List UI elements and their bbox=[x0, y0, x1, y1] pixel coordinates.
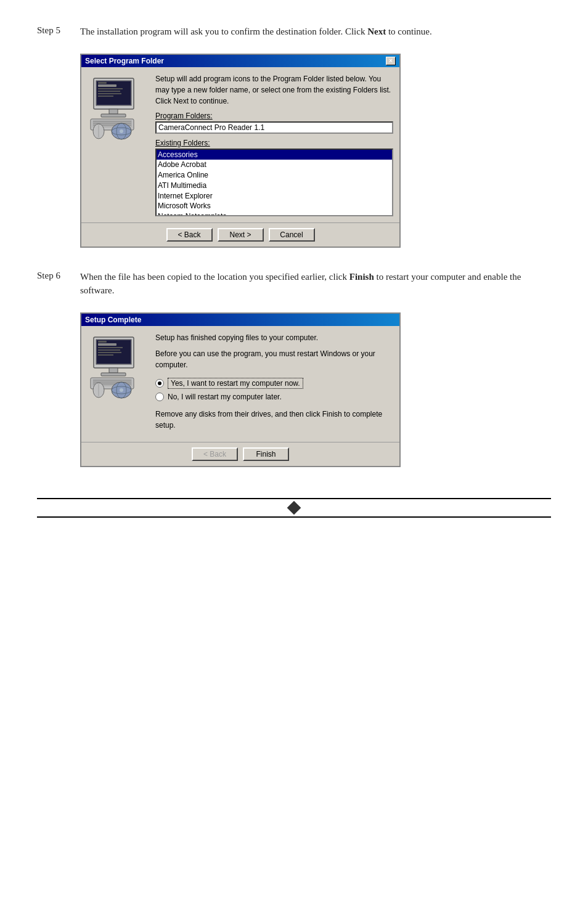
svg-rect-4 bbox=[98, 88, 123, 89]
dialog2-desc1: Setup has finished copying files to your… bbox=[155, 332, 393, 343]
dialog2-wrapper: Setup Complete bbox=[80, 312, 551, 467]
dialog1-content: Setup will add program icons to the Prog… bbox=[155, 73, 393, 216]
program-folders-label: Program Folders: bbox=[155, 112, 393, 120]
step6-bold: Finish bbox=[349, 272, 374, 282]
dialog2-title: Setup Complete bbox=[85, 316, 141, 324]
svg-rect-27 bbox=[98, 349, 120, 351]
radio-no-label: No, I will restart my computer later. bbox=[168, 393, 282, 401]
list-item[interactable]: Netcom Netcomplete bbox=[157, 211, 392, 216]
svg-rect-8 bbox=[98, 82, 107, 84]
svg-rect-29 bbox=[98, 354, 113, 356]
svg-rect-10 bbox=[101, 114, 126, 117]
svg-rect-3 bbox=[98, 84, 116, 87]
list-item[interactable]: Microsoft Works bbox=[157, 201, 392, 211]
dialog1-back-button[interactable]: < Back bbox=[166, 228, 213, 242]
step6-block: Step 6 When the file has been copied to … bbox=[37, 270, 551, 467]
svg-rect-26 bbox=[98, 347, 123, 348]
svg-point-43 bbox=[120, 388, 123, 392]
radio-no-item: No, I will restart my computer later. bbox=[155, 393, 393, 401]
select-program-folder-dialog: Select Program Folder × bbox=[80, 54, 401, 248]
svg-rect-5 bbox=[98, 91, 120, 92]
dialog1-body: Setup will add program icons to the Prog… bbox=[81, 67, 399, 222]
dialog2-body: Setup has finished copying files to your… bbox=[81, 326, 399, 442]
svg-rect-9 bbox=[109, 109, 118, 114]
step5-number: Step 5 bbox=[37, 25, 69, 39]
svg-rect-28 bbox=[98, 352, 121, 353]
dialog1-next-label: Next > bbox=[229, 230, 251, 239]
list-item[interactable]: America Online bbox=[157, 170, 392, 181]
dialog2-back-label: < Back bbox=[203, 450, 226, 459]
dialog1-back-label: < Back bbox=[178, 230, 200, 239]
dialog1-wrapper: Select Program Folder × bbox=[80, 54, 551, 248]
radio-yes-item: Yes, I want to restart my computer now. bbox=[155, 378, 393, 389]
dialog1-cancel-button[interactable]: Cancel bbox=[269, 228, 315, 242]
step5-text: The installation program will ask you to… bbox=[80, 25, 551, 39]
list-item[interactable]: Internet Explorer bbox=[157, 191, 392, 202]
step5-text-before: The installation program will ask you to… bbox=[80, 26, 367, 36]
svg-rect-25 bbox=[98, 343, 116, 346]
svg-point-21 bbox=[120, 129, 123, 133]
dialog2-icon-col bbox=[88, 332, 149, 436]
radio-yes-circle[interactable] bbox=[155, 379, 164, 388]
svg-rect-6 bbox=[98, 93, 121, 94]
svg-rect-30 bbox=[98, 341, 107, 343]
svg-rect-13 bbox=[93, 121, 131, 122]
step6-number: Step 6 bbox=[37, 270, 69, 298]
restart-radio-group: Yes, I want to restart my computer now. … bbox=[155, 378, 393, 401]
dialog1-close-button[interactable]: × bbox=[386, 57, 396, 65]
dialog1-description: Setup will add program icons to the Prog… bbox=[155, 73, 393, 107]
dialog1-title: Select Program Folder bbox=[85, 57, 164, 65]
existing-folders-label-text: Existing Folders: bbox=[155, 139, 210, 147]
dialog1-icon-col bbox=[88, 73, 149, 216]
dialog2-content: Setup has finished copying files to your… bbox=[155, 332, 393, 436]
program-folders-label-text: Program Folders: bbox=[155, 112, 213, 120]
step6-text-before: When the file has been copied to the loc… bbox=[80, 272, 349, 282]
dialog2-titlebar: Setup Complete bbox=[81, 314, 399, 326]
computer-icon-2 bbox=[88, 335, 143, 399]
step5-bold: Next bbox=[367, 26, 386, 36]
dialog2-back-button[interactable]: < Back bbox=[192, 447, 238, 461]
list-item[interactable]: Accessories bbox=[157, 150, 392, 160]
bottom-section bbox=[37, 498, 551, 518]
dialog1-next-button[interactable]: Next > bbox=[218, 228, 264, 242]
computer-icon bbox=[88, 76, 143, 141]
svg-rect-35 bbox=[93, 380, 131, 381]
dialog2-desc2: Before you can use the program, you must… bbox=[155, 348, 393, 370]
existing-folders-label: Existing Folders: bbox=[155, 139, 393, 147]
step5-text-after: to continue. bbox=[386, 26, 432, 36]
dialog2-footer: < Back Finish bbox=[81, 442, 399, 466]
list-item[interactable]: Adobe Acrobat bbox=[157, 160, 392, 170]
dialog1-titlebar: Select Program Folder × bbox=[81, 55, 399, 67]
dialog1-footer: < Back Next > Cancel bbox=[81, 222, 399, 247]
program-folder-input[interactable] bbox=[155, 121, 393, 134]
list-item[interactable]: ATI Multimedia bbox=[157, 181, 392, 191]
dialog2-finish-label: Finish bbox=[256, 450, 276, 459]
diamond-icon bbox=[287, 500, 301, 515]
svg-rect-32 bbox=[101, 373, 126, 376]
step6-text: When the file has been copied to the loc… bbox=[80, 270, 551, 298]
svg-rect-7 bbox=[98, 96, 113, 97]
svg-rect-31 bbox=[109, 368, 118, 373]
dialog2-finish-button[interactable]: Finish bbox=[243, 447, 289, 461]
step6-row: Step 6 When the file has been copied to … bbox=[37, 270, 551, 298]
radio-no-circle[interactable] bbox=[155, 393, 164, 401]
setup-complete-dialog: Setup Complete bbox=[80, 312, 401, 467]
existing-folders-listbox[interactable]: AccessoriesAdobe AcrobatAmerica OnlineAT… bbox=[155, 149, 393, 216]
radio-yes-label: Yes, I want to restart my computer now. bbox=[168, 378, 303, 389]
dialog2-desc3: Remove any disks from their drives, and … bbox=[155, 409, 393, 431]
step5-row: Step 5 The installation program will ask… bbox=[37, 25, 551, 39]
dialog1-cancel-label: Cancel bbox=[280, 230, 303, 239]
step5-block: Step 5 The installation program will ask… bbox=[37, 25, 551, 248]
